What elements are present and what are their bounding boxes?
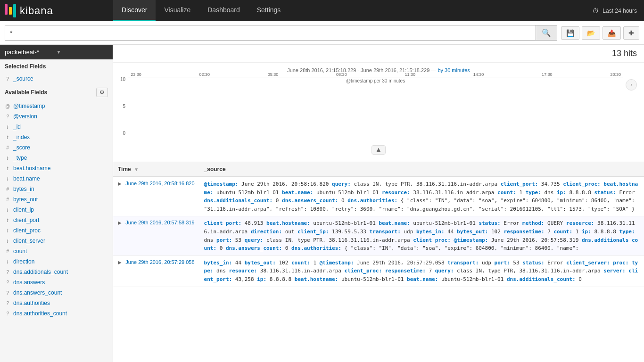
time-value-3: June 29th 2016, 20:57:29.058 (125, 259, 194, 265)
search-toolbar: 💾 📂 📤 ✚ (561, 26, 639, 40)
field-index[interactable]: t _index (0, 132, 113, 142)
field-name: _source (13, 75, 108, 82)
selected-fields-title: Selected Fields (0, 59, 113, 74)
time-cell-2: ▶ June 29th 2016, 20:57:58.319 (113, 216, 199, 255)
time-label: Last 24 hours (603, 8, 637, 14)
selected-field-source[interactable]: ? _source (0, 74, 113, 84)
field-version[interactable]: ? @version (0, 111, 113, 122)
save-search-button[interactable]: 💾 (561, 26, 579, 40)
x-label-2330: 23:30 (131, 72, 141, 77)
field-dns-answers-count[interactable]: ? dns.answers_count (0, 288, 113, 298)
field-id[interactable]: t _id (0, 122, 113, 132)
nav-visualize[interactable]: Visualize (156, 0, 199, 21)
new-search-button[interactable]: ✚ (623, 26, 639, 40)
field-type[interactable]: t _type (0, 153, 113, 163)
field-bytes-in[interactable]: # bytes_in (0, 184, 113, 194)
x-label-1730: 17:30 (542, 72, 553, 77)
x-axis-labels: 23:30 02:30 05:30 08:30 11:30 14:30 17:3… (128, 72, 623, 77)
nav-discover[interactable]: Discover (113, 0, 156, 21)
fields-settings-button[interactable]: ⚙ (96, 88, 108, 97)
chart-area: June 28th 2016, 21:15:18.229 - June 29th… (113, 63, 644, 162)
clock-icon: ⏱ (592, 7, 599, 15)
logo-icon (5, 4, 16, 17)
source-cell-3: bytes_in: 44 bytes_out: 102 count: 1 @ti… (199, 255, 644, 287)
search-input-wrapper: 🔍 (5, 25, 557, 41)
x-label-2030: 20:30 (610, 72, 621, 77)
time-value-1: June 29th 2016, 20:58:16.820 (125, 181, 194, 186)
sidebar: packetbeat-* ▼ Selected Fields ? _source… (0, 45, 113, 362)
sort-icon: ▼ (134, 167, 139, 172)
hits-count: 13 hits (612, 49, 637, 58)
field-client-proc[interactable]: t client_proc (0, 225, 113, 236)
field-client-port[interactable]: t client_port (0, 215, 113, 225)
col-time[interactable]: Time ▼ (113, 162, 199, 177)
table-row: ▶ June 29th 2016, 20:58:16.820 @timestam… (113, 177, 644, 216)
x-axis-title: @timestamp per 30 minutes (128, 78, 623, 83)
x-label-0830: 08:30 (336, 72, 347, 77)
source-cell-2: client_port: 48,913 beat.hostname: ubunt… (199, 216, 644, 255)
field-type-badge: ? (5, 76, 10, 82)
field-dns-answers[interactable]: ? dns.answers (0, 277, 113, 288)
load-search-button[interactable]: 📂 (582, 26, 600, 40)
field-beat-hostname[interactable]: t beat.hostname (0, 163, 113, 173)
main-layout: packetbeat-* ▼ Selected Fields ? _source… (0, 45, 644, 362)
hits-bar: 13 hits (113, 45, 644, 63)
field-bytes-out[interactable]: # bytes_out (0, 194, 113, 205)
field-score[interactable]: # _score (0, 142, 113, 153)
search-bar: 🔍 💾 📂 📤 ✚ (0, 21, 644, 45)
logo: kibana (0, 4, 113, 17)
source-cell-1: @timestamp: June 29th 2016, 20:58:16.820… (199, 177, 644, 216)
time-cell-1: ▶ June 29th 2016, 20:58:16.820 (113, 177, 199, 216)
y-axis: 10 5 0 (120, 77, 128, 143)
expand-row-1-button[interactable]: ▶ (118, 181, 122, 186)
nav-settings[interactable]: Settings (248, 0, 289, 21)
x-label-0230: 02:30 (199, 72, 210, 77)
x-label-1130: 11:30 (405, 72, 415, 77)
expand-row-2-button[interactable]: ▶ (118, 220, 122, 225)
logo-text: kibana (20, 5, 53, 17)
time-filter[interactable]: ⏱ Last 24 hours (592, 7, 644, 15)
available-fields-title: Available Fields (5, 89, 96, 96)
index-pattern-selector[interactable]: packetbeat-* ▼ (0, 45, 113, 59)
field-client-ip[interactable]: t client_ip (0, 205, 113, 215)
y-label-5: 5 (120, 104, 125, 109)
index-pattern-label: packetbeat-* (5, 49, 57, 56)
field-direction[interactable]: t direction (0, 256, 113, 267)
time-cell-3: ▶ June 29th 2016, 20:57:29.058 (113, 255, 199, 287)
content-area: 13 hits June 28th 2016, 21:15:18.229 - J… (113, 45, 644, 362)
main-nav: Discover Visualize Dashboard Settings (113, 0, 289, 21)
chart-collapse-arrow[interactable]: ▲ (120, 143, 637, 157)
x-label-0530: 05:30 (268, 72, 279, 77)
field-beat-name[interactable]: t beat.name (0, 173, 113, 184)
table-row: ▶ June 29th 2016, 20:57:29.058 bytes_in:… (113, 255, 644, 287)
expand-row-3-button[interactable]: ▶ (118, 260, 122, 265)
search-input[interactable] (5, 26, 536, 40)
source-text-2: client_port: 48,913 beat.hostname: ubunt… (204, 219, 639, 252)
nav-dashboard[interactable]: Dashboard (199, 0, 248, 21)
search-button[interactable]: 🔍 (536, 25, 557, 40)
share-search-button[interactable]: 📤 (603, 26, 621, 40)
source-text-1: @timestamp: June 29th 2016, 20:58:16.820… (204, 180, 639, 213)
x-label-1430: 14:30 (473, 72, 484, 77)
histogram-chart: 10 5 0 (120, 77, 637, 143)
field-dns-authorities[interactable]: ? dns.authorities (0, 298, 113, 308)
col-source: _source (199, 162, 644, 177)
chart-main: 23:30 02:30 05:30 08:30 11:30 14:30 17:3… (128, 77, 623, 77)
y-label-0: 0 (120, 131, 125, 136)
available-fields-header: Available Fields ⚙ (0, 84, 113, 101)
table-row: ▶ June 29th 2016, 20:57:58.319 client_po… (113, 216, 644, 255)
index-dropdown-icon: ▼ (57, 49, 108, 55)
field-timestamp[interactable]: @ @timestamp (0, 101, 113, 111)
results-table: Time ▼ _source ▶ June 29th 2016, 20:58:1… (113, 162, 644, 287)
field-dns-authorities-count[interactable]: ? dns.authorities_count (0, 308, 113, 319)
top-navigation: kibana Discover Visualize Dashboard Sett… (0, 0, 644, 21)
source-text-3: bytes_in: 44 bytes_out: 102 count: 1 @ti… (204, 259, 639, 284)
field-count[interactable]: # count (0, 246, 113, 256)
chart-collapse-button[interactable]: ‹ (626, 79, 637, 90)
field-client-server[interactable]: t client_server (0, 236, 113, 246)
time-value-2: June 29th 2016, 20:57:58.319 (125, 220, 194, 225)
y-label-10: 10 (120, 77, 125, 82)
field-dns-additionals-count[interactable]: ? dns.additionals_count (0, 267, 113, 277)
